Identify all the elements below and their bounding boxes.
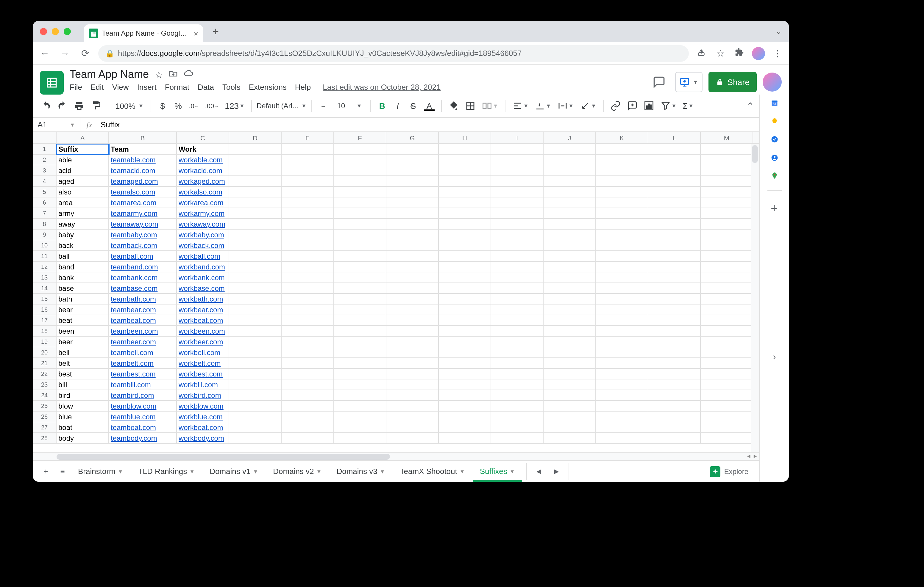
functions-button[interactable]: Σ▼ <box>681 98 695 113</box>
cell[interactable] <box>282 358 334 369</box>
cell[interactable] <box>648 176 701 187</box>
row-header[interactable]: 12 <box>33 262 56 272</box>
formula-input[interactable]: Suffix <box>98 120 120 129</box>
cell[interactable] <box>282 208 334 219</box>
cell[interactable] <box>229 347 282 358</box>
cell[interactable] <box>386 369 439 380</box>
explore-button[interactable]: ✦ Explore <box>704 466 754 477</box>
tabs-overflow-icon[interactable]: ⌄ <box>776 27 782 36</box>
cell[interactable] <box>439 294 491 304</box>
cell[interactable] <box>439 155 491 165</box>
cell[interactable] <box>439 347 491 358</box>
menu-edit[interactable]: Edit <box>91 83 104 92</box>
cell[interactable]: been <box>56 326 109 337</box>
cell[interactable] <box>648 251 701 262</box>
row-header[interactable]: 4 <box>33 176 56 187</box>
cell[interactable]: beer <box>56 337 109 347</box>
cell[interactable] <box>334 208 386 219</box>
cell[interactable] <box>334 262 386 272</box>
cell[interactable] <box>229 358 282 369</box>
cell[interactable]: Suffix <box>56 144 109 155</box>
cell[interactable]: area <box>56 197 109 208</box>
cell[interactable] <box>229 144 282 155</box>
cell[interactable]: bill <box>56 380 109 390</box>
rotate-button[interactable]: ▼ <box>578 98 598 113</box>
cell[interactable] <box>544 219 596 230</box>
cell[interactable] <box>282 433 334 444</box>
cell[interactable] <box>701 315 753 326</box>
cell[interactable] <box>596 165 648 176</box>
cell[interactable]: army <box>56 208 109 219</box>
filter-button[interactable]: ▼ <box>658 98 678 113</box>
cell[interactable] <box>596 262 648 272</box>
back-button[interactable]: ← <box>38 48 52 59</box>
cell[interactable] <box>282 187 334 197</box>
cell[interactable] <box>544 315 596 326</box>
cell[interactable]: teamarmy.com <box>109 208 177 219</box>
font-size-decrease[interactable]: – <box>317 98 330 113</box>
cell[interactable]: workbear.com <box>177 304 229 315</box>
sheet-nav-right[interactable]: ► <box>548 463 565 480</box>
cell[interactable]: workbeen.com <box>177 326 229 337</box>
cell[interactable] <box>648 240 701 251</box>
cell[interactable] <box>282 294 334 304</box>
italic-button[interactable]: I <box>391 98 404 113</box>
cell[interactable] <box>701 390 753 401</box>
doc-title[interactable]: Team App Name <box>70 68 149 81</box>
cell[interactable] <box>282 219 334 230</box>
cell[interactable]: also <box>56 187 109 197</box>
cell[interactable] <box>334 283 386 294</box>
cell[interactable] <box>229 337 282 347</box>
cell[interactable]: acid <box>56 165 109 176</box>
cell[interactable]: workblow.com <box>177 401 229 411</box>
cell[interactable]: workbest.com <box>177 369 229 380</box>
cell[interactable] <box>229 304 282 315</box>
cell[interactable] <box>229 326 282 337</box>
cell[interactable] <box>596 208 648 219</box>
cell[interactable]: teambird.com <box>109 390 177 401</box>
row-header[interactable]: 19 <box>33 337 56 347</box>
cell[interactable] <box>701 165 753 176</box>
cell[interactable] <box>491 433 544 444</box>
cell[interactable] <box>701 304 753 315</box>
cell[interactable]: band <box>56 262 109 272</box>
cell[interactable] <box>544 411 596 422</box>
cell[interactable] <box>596 358 648 369</box>
sheet-tab[interactable]: Domains v3▼ <box>329 461 393 482</box>
cell[interactable]: bath <box>56 294 109 304</box>
cell[interactable]: workaged.com <box>177 176 229 187</box>
cell[interactable] <box>596 272 648 283</box>
cell[interactable] <box>701 380 753 390</box>
browser-tab[interactable]: ▦ Team App Name - Google Shee × <box>84 25 203 42</box>
bookmark-star-icon[interactable]: ☆ <box>714 48 727 59</box>
minimize-window-icon[interactable] <box>52 28 59 35</box>
redo-button[interactable] <box>55 98 70 113</box>
cell[interactable] <box>491 272 544 283</box>
cell[interactable] <box>229 219 282 230</box>
cell[interactable] <box>648 390 701 401</box>
cell[interactable] <box>282 337 334 347</box>
cell[interactable] <box>282 197 334 208</box>
cell[interactable] <box>491 369 544 380</box>
column-header[interactable]: A <box>56 132 109 143</box>
cell[interactable] <box>229 272 282 283</box>
cell[interactable] <box>229 176 282 187</box>
cell[interactable] <box>544 144 596 155</box>
cell[interactable]: teambeen.com <box>109 326 177 337</box>
cell[interactable] <box>386 155 439 165</box>
cell[interactable] <box>544 262 596 272</box>
row-header[interactable]: 15 <box>33 294 56 304</box>
fill-color-button[interactable] <box>447 98 461 113</box>
cell[interactable] <box>439 411 491 422</box>
cell[interactable] <box>229 240 282 251</box>
cell[interactable] <box>334 315 386 326</box>
cell[interactable]: Work <box>177 144 229 155</box>
star-doc-icon[interactable]: ☆ <box>155 69 163 80</box>
cell[interactable] <box>544 358 596 369</box>
insert-comment-button[interactable] <box>625 98 639 113</box>
cell[interactable]: teamaway.com <box>109 219 177 230</box>
cell[interactable] <box>596 411 648 422</box>
collapse-toolbar-icon[interactable]: ⌃ <box>741 95 759 117</box>
cell[interactable] <box>439 144 491 155</box>
cell[interactable]: bank <box>56 272 109 283</box>
